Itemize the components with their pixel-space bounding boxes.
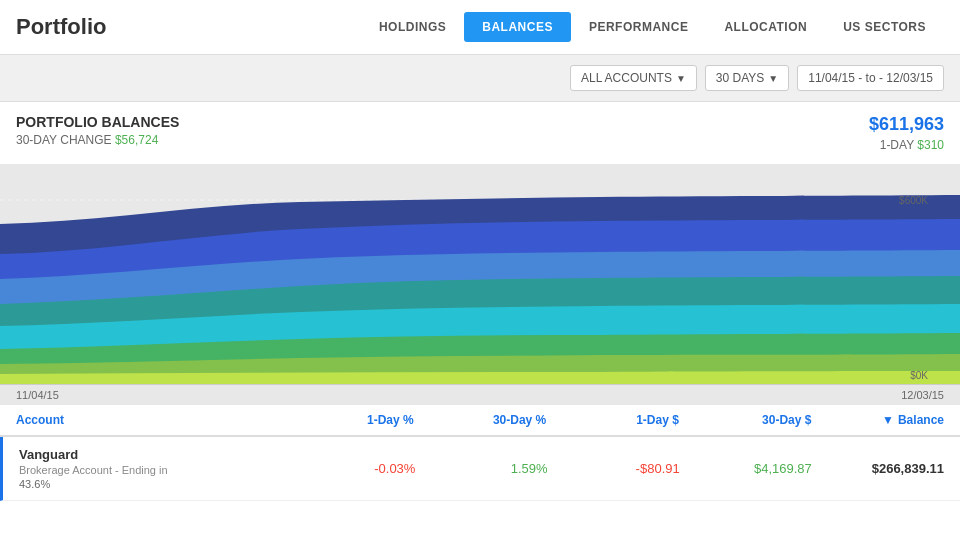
month-pct-value: 1.59%	[415, 461, 547, 476]
col-balance[interactable]: ▼ Balance	[811, 413, 944, 427]
date-range-display: 11/04/15 - to - 12/03/15	[797, 65, 944, 91]
page-header: Portfolio HOLDINGS BALANCES PERFORMANCE …	[0, 0, 960, 55]
main-nav: HOLDINGS BALANCES PERFORMANCE ALLOCATION…	[361, 12, 944, 42]
date-axis: 11/04/15 12/03/15	[0, 384, 960, 405]
stats-right: $611,963 1-DAY $310	[869, 114, 944, 152]
account-sub: Brokerage Account - Ending in	[19, 464, 283, 476]
col-1day-pct: 1-Day %	[281, 413, 414, 427]
day-pct-value: -0.03%	[283, 461, 415, 476]
day-change-value: $310	[917, 138, 944, 152]
account-name: Vanguard	[19, 447, 283, 462]
accounts-filter-btn[interactable]: ALL ACCOUNTS ▼	[570, 65, 697, 91]
balance-value: $266,839.11	[812, 461, 944, 476]
stats-bar: PORTFOLIO BALANCES 30-DAY CHANGE $56,724…	[0, 102, 960, 164]
tab-us-sectors[interactable]: US SECTORS	[825, 12, 944, 42]
svg-text:$0K: $0K	[910, 370, 928, 381]
tab-performance[interactable]: PERFORMANCE	[571, 12, 707, 42]
account-info: Vanguard Brokerage Account - Ending in 4…	[19, 447, 283, 490]
date-end: 12/03/15	[901, 389, 944, 401]
account-pct: 43.6%	[19, 478, 283, 490]
page-title: Portfolio	[16, 14, 361, 40]
period-filter-btn[interactable]: 30 DAYS ▼	[705, 65, 789, 91]
portfolio-chart: $600K $0K	[0, 164, 960, 384]
day-dollar-value: -$80.91	[548, 461, 680, 476]
tab-allocation[interactable]: ALLOCATION	[706, 12, 825, 42]
tab-balances[interactable]: BALANCES	[464, 12, 571, 42]
col-1day-dollar: 1-Day $	[546, 413, 679, 427]
day-change: 1-DAY $310	[869, 138, 944, 152]
sort-down-icon: ▼	[882, 413, 894, 427]
total-value: $611,963	[869, 114, 944, 135]
chevron-down-icon: ▼	[768, 73, 778, 84]
toolbar: ALL ACCOUNTS ▼ 30 DAYS ▼ 11/04/15 - to -…	[0, 55, 960, 102]
month-dollar-value: $4,169.87	[680, 461, 812, 476]
col-account: Account	[16, 413, 281, 427]
chevron-down-icon: ▼	[676, 73, 686, 84]
stats-left: PORTFOLIO BALANCES 30-DAY CHANGE $56,724	[16, 114, 179, 147]
table-body: Vanguard Brokerage Account - Ending in 4…	[0, 437, 960, 501]
table-header: Account 1-Day % 30-Day % 1-Day $ 30-Day …	[0, 405, 960, 437]
table-row: Vanguard Brokerage Account - Ending in 4…	[0, 437, 960, 501]
date-start: 11/04/15	[16, 389, 59, 401]
change-value: $56,724	[115, 133, 158, 147]
col-30day-dollar: 30-Day $	[679, 413, 812, 427]
svg-text:$600K: $600K	[899, 195, 928, 206]
tab-holdings[interactable]: HOLDINGS	[361, 12, 464, 42]
col-30day-pct: 30-Day %	[414, 413, 547, 427]
portfolio-balances-label: PORTFOLIO BALANCES	[16, 114, 179, 130]
change-label: 30-DAY CHANGE $56,724	[16, 133, 179, 147]
